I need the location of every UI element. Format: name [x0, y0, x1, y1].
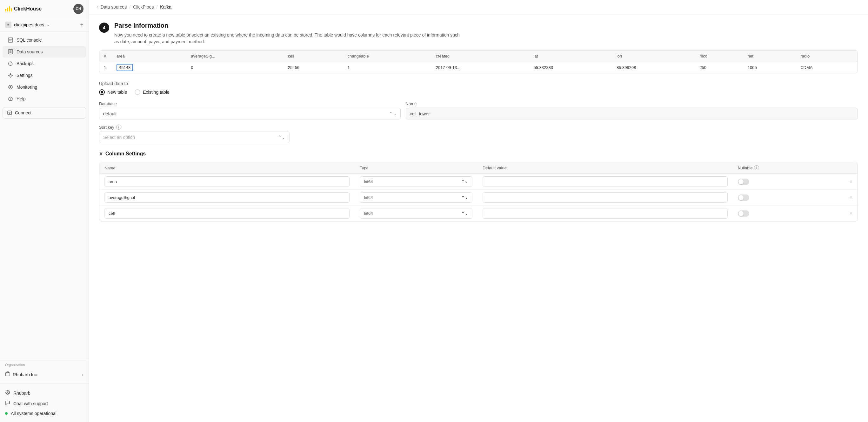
cell-area: 45148 — [112, 62, 186, 74]
col-cell-area-type: Int64 ⌃⌄ — [354, 174, 477, 190]
breadcrumb-sep-1: / — [129, 4, 130, 9]
step-badge: 4 — [99, 23, 109, 33]
col-header-lat: lat — [529, 51, 612, 62]
breadcrumb-data-sources[interactable]: Data sources — [101, 4, 127, 9]
col-cell-cell-type: Int64 ⌃⌄ — [354, 205, 477, 222]
chat-icon — [5, 400, 10, 406]
col-header-cell: cell — [283, 51, 343, 62]
col-header-changeable: changeable — [343, 51, 431, 62]
database-select[interactable]: default ⌃⌄ — [99, 108, 401, 119]
col-cell-avg-remove: × — [844, 190, 858, 205]
breadcrumb-sep-2: / — [156, 4, 157, 9]
user-avatar[interactable]: CH — [73, 4, 84, 14]
column-settings-section: ∨ Column Settings Name Type Default valu… — [99, 151, 858, 222]
radio-existing-label: Existing table — [143, 90, 169, 95]
col-name-cell-input[interactable] — [104, 208, 349, 219]
col-header-net: net — [743, 51, 796, 62]
cell-average-signal: 0 — [186, 62, 283, 74]
org-icon — [5, 371, 10, 377]
workspace-chevron-icon: ⌄ — [47, 23, 50, 27]
table-name-label: Name — [406, 102, 858, 106]
connect-button[interactable]: Connect — [3, 107, 86, 118]
org-item-rhubarb[interactable]: Rhubarb Inc › — [5, 369, 84, 380]
settings-icon — [8, 73, 13, 78]
chat-support-button[interactable]: Chat with support — [5, 398, 84, 409]
table-name-input[interactable]: cell_tower — [406, 108, 858, 119]
col-cell-avg-name — [99, 190, 354, 205]
sort-key-select[interactable]: Select an option ⌃⌄ — [99, 132, 289, 143]
sidebar-item-sql-console[interactable]: SQL console — [3, 34, 86, 46]
col-header-average-signal: averageSig... — [186, 51, 283, 62]
col-cell-avg-nullable — [733, 190, 844, 205]
radio-new-table[interactable]: New table — [99, 89, 127, 95]
col-name-area-input[interactable] — [104, 176, 349, 187]
remove-area-button[interactable]: × — [849, 179, 852, 184]
workspace-info: ≡ clickpipes-docs ⌄ — [5, 22, 50, 28]
svg-point-4 — [10, 86, 11, 88]
remove-avg-button[interactable]: × — [849, 195, 852, 200]
cell-lat: 55.332283 — [529, 62, 612, 74]
breadcrumb: ‹ Data sources / ClickPipes / Kafka — [89, 0, 868, 14]
type-cell-arrow-icon: ⌃⌄ — [461, 211, 468, 216]
column-settings-header[interactable]: ∨ Column Settings — [99, 151, 858, 157]
breadcrumb-clickpipes[interactable]: ClickPipes — [133, 4, 154, 9]
system-status: All systems operational — [5, 409, 84, 418]
content-area: 4 Parse Information Now you need to crea… — [89, 14, 868, 422]
radio-existing-table[interactable]: Existing table — [134, 89, 169, 95]
col-table: Name Type Default value Nullable i — [99, 162, 858, 221]
nullable-info-icon[interactable]: i — [754, 165, 759, 170]
monitoring-icon — [8, 84, 13, 90]
sidebar-item-data-sources[interactable]: Data sources — [3, 46, 86, 58]
column-settings-title: Column Settings — [105, 151, 146, 157]
sidebar-item-sql-label: SQL console — [17, 37, 42, 43]
logo-bar-2 — [7, 8, 8, 11]
toggle-knob-avg — [739, 195, 744, 200]
step-header: 4 Parse Information Now you need to crea… — [99, 22, 858, 45]
workspace-icon-symbol: ≡ — [7, 23, 9, 26]
logo-bar-4 — [11, 8, 12, 11]
nullable-area-toggle[interactable] — [738, 178, 749, 185]
col-cell-area-nullable — [733, 174, 844, 190]
col-cell-avg-type: Int64 ⌃⌄ — [354, 190, 477, 205]
col-cell-cell-name — [99, 205, 354, 222]
col-type-avg-select[interactable]: Int64 ⌃⌄ — [360, 192, 472, 203]
toggle-knob — [739, 179, 744, 184]
sort-key-arrow-icon: ⌃⌄ — [278, 135, 285, 140]
sidebar-item-backups[interactable]: Backups — [3, 58, 86, 69]
sort-key-info-icon[interactable]: i — [116, 124, 121, 130]
col-row-average-signal: Int64 ⌃⌄ — [99, 190, 858, 205]
cell-area-edit[interactable]: 45148 — [117, 64, 133, 71]
breadcrumb-back-button[interactable]: ‹ — [96, 4, 98, 9]
svg-point-11 — [7, 391, 8, 392]
col-default-area-input[interactable] — [483, 176, 728, 187]
sidebar-item-help[interactable]: Help — [3, 93, 86, 105]
col-default-cell-input[interactable] — [483, 208, 728, 219]
col-cell-area-remove: × — [844, 174, 858, 190]
col-default-avg-input[interactable] — [483, 192, 728, 203]
cell-mcc: 250 — [695, 62, 743, 74]
sidebar-item-data-sources-label: Data sources — [17, 49, 42, 54]
nullable-avg-toggle[interactable] — [738, 195, 749, 201]
collapse-icon: ∨ — [99, 151, 103, 157]
table-row: 1 45148 0 25456 1 2017-09-13... 55.33228… — [99, 62, 858, 74]
col-name-avg-input[interactable] — [104, 192, 349, 203]
add-workspace-button[interactable]: + — [80, 21, 84, 28]
sidebar-item-backups-label: Backups — [17, 61, 34, 66]
nav-section: SQL console Data sources Backups — [0, 31, 89, 359]
remove-cell-button[interactable]: × — [849, 211, 852, 216]
rhubarb-item[interactable]: Rhubarb — [5, 388, 84, 398]
sidebar-item-settings[interactable]: Settings — [3, 69, 86, 81]
nullable-cell-toggle[interactable] — [738, 210, 749, 217]
rhubarb-label: Rhubarb — [13, 391, 30, 396]
cell-created: 2017-09-13... — [431, 62, 529, 74]
cell-cell: 25456 — [283, 62, 343, 74]
connect-icon — [7, 110, 12, 116]
col-type-area-select[interactable]: Int64 ⌃⌄ — [360, 176, 472, 187]
workspace-row[interactable]: ≡ clickpipes-docs ⌄ + — [0, 18, 89, 31]
sidebar-item-help-label: Help — [17, 96, 26, 102]
rhubarb-icon — [5, 390, 10, 396]
sidebar-item-settings-label: Settings — [17, 73, 33, 78]
page-title: Parse Information — [114, 22, 464, 29]
col-type-cell-select[interactable]: Int64 ⌃⌄ — [360, 208, 472, 219]
sidebar-item-monitoring[interactable]: Monitoring — [3, 81, 86, 93]
